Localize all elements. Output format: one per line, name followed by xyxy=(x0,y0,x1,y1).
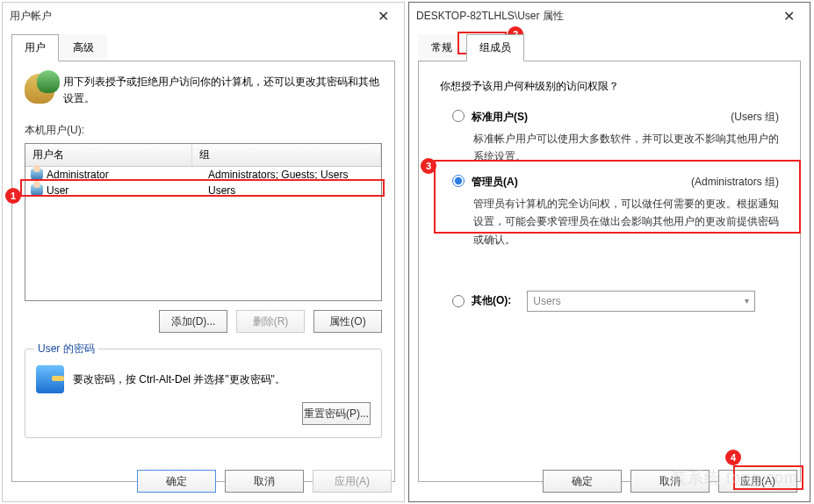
cell-name: Administrator xyxy=(47,169,208,181)
radio-standard-label: 标准用户(S) xyxy=(472,110,528,125)
ok-button[interactable]: 确定 xyxy=(137,470,216,493)
tab-body: 用下列表授予或拒绝用户访问你的计算机，还可以更改其密码和其他设置。 本机用户(U… xyxy=(11,61,395,482)
list-row-user[interactable]: User Users xyxy=(25,183,381,198)
user-avatar-icon xyxy=(31,169,43,181)
tab-body: 你想授予该用户何种级别的访问权限？ 标准用户(S) (Users 组) 标准帐户… xyxy=(418,61,801,482)
admin-description: 管理员有计算机的完全访问权，可以做任何需要的更改。根据通知设置，可能会要求管理员… xyxy=(473,195,779,248)
remove-button: 删除(R) xyxy=(236,310,305,333)
cell-group: Users xyxy=(208,184,376,197)
user-properties-window: DESKTOP-82TLHLS\User 属性 ✕ 常规 组成员 你想授予该用户… xyxy=(408,2,810,502)
tab-user[interactable]: 用户 xyxy=(11,34,59,61)
radio-other-input[interactable] xyxy=(452,295,465,307)
chevron-down-icon: ▾ xyxy=(745,296,749,306)
titlebar: 用户帐户 ✕ xyxy=(3,3,404,29)
radio-other[interactable]: 其他(O): Users ▾ xyxy=(452,291,779,312)
apply-button[interactable]: 应用(A) xyxy=(718,470,797,493)
radio-admin-label: 管理员(A) xyxy=(472,175,518,190)
cancel-button[interactable]: 取消 xyxy=(630,470,710,493)
password-hint: 要改密码，按 Ctrl-Alt-Del 并选择"更改密码"。 xyxy=(73,372,285,387)
cell-name: User xyxy=(47,184,208,197)
window-title: DESKTOP-82TLHLS\User 属性 xyxy=(416,9,774,24)
properties-button[interactable]: 属性(O) xyxy=(313,310,382,333)
standard-side-label: (Users 组) xyxy=(731,110,779,125)
reset-password-button[interactable]: 重置密码(P)... xyxy=(302,402,371,425)
list-label: 本机用户(U): xyxy=(25,123,382,138)
standard-description: 标准帐户用户可以使用大多数软件，并可以更改不影响其他用户的系统设置。 xyxy=(473,130,779,166)
user-accounts-window: 用户帐户 ✕ 用户 高级 用下列表授予或拒绝用户访问你的计算机，还可以更改其密码… xyxy=(2,2,405,502)
user-avatar-icon xyxy=(31,184,43,197)
add-button[interactable]: 添加(D)... xyxy=(159,310,227,333)
cancel-button[interactable]: 取消 xyxy=(225,470,304,493)
key-icon xyxy=(36,365,64,393)
groupbox-legend: User 的密码 xyxy=(34,342,98,356)
tab-general[interactable]: 常规 xyxy=(418,34,465,61)
list-header: 用户名 组 xyxy=(25,144,381,167)
window-title: 用户帐户 xyxy=(10,9,369,24)
radio-standard-user[interactable]: 标准用户(S) (Users 组) xyxy=(452,110,779,125)
other-group-select[interactable]: Users ▾ xyxy=(527,291,755,312)
access-question: 你想授予该用户何种级别的访问权限？ xyxy=(440,79,784,94)
password-groupbox: User 的密码 要改密码，按 Ctrl-Alt-Del 并选择"更改密码"。 … xyxy=(25,349,382,438)
user-listbox[interactable]: 用户名 组 Administrator Administrators; Gues… xyxy=(25,143,382,301)
close-icon[interactable]: ✕ xyxy=(369,8,397,25)
list-row-administrator[interactable]: Administrator Administrators; Guests; Us… xyxy=(25,167,381,183)
col-group[interactable]: 组 xyxy=(192,144,381,166)
radio-other-label: 其他(O): xyxy=(472,293,511,308)
tab-group-member[interactable]: 组成员 xyxy=(466,34,524,61)
apply-button: 应用(A) xyxy=(313,470,392,493)
intro-text: 用下列表授予或拒绝用户访问你的计算机，还可以更改其密码和其他设置。 xyxy=(63,74,382,107)
radio-administrator[interactable]: 管理员(A) (Administrators 组) xyxy=(452,175,779,190)
close-icon[interactable]: ✕ xyxy=(774,8,803,25)
tab-advanced[interactable]: 高级 xyxy=(60,34,107,61)
ok-button[interactable]: 确定 xyxy=(543,470,622,493)
radio-standard-input[interactable] xyxy=(452,110,465,122)
col-name[interactable]: 用户名 xyxy=(25,144,192,166)
admin-side-label: (Administrators 组) xyxy=(691,175,779,190)
radio-admin-input[interactable] xyxy=(452,175,465,187)
cell-group: Administrators; Guests; Users xyxy=(208,169,376,181)
titlebar: DESKTOP-82TLHLS\User 属性 ✕ xyxy=(409,3,810,29)
tabs: 用户 高级 xyxy=(3,29,404,61)
users-icon xyxy=(25,74,54,104)
select-value: Users xyxy=(533,295,560,307)
tabs: 常规 组成员 xyxy=(409,29,810,61)
